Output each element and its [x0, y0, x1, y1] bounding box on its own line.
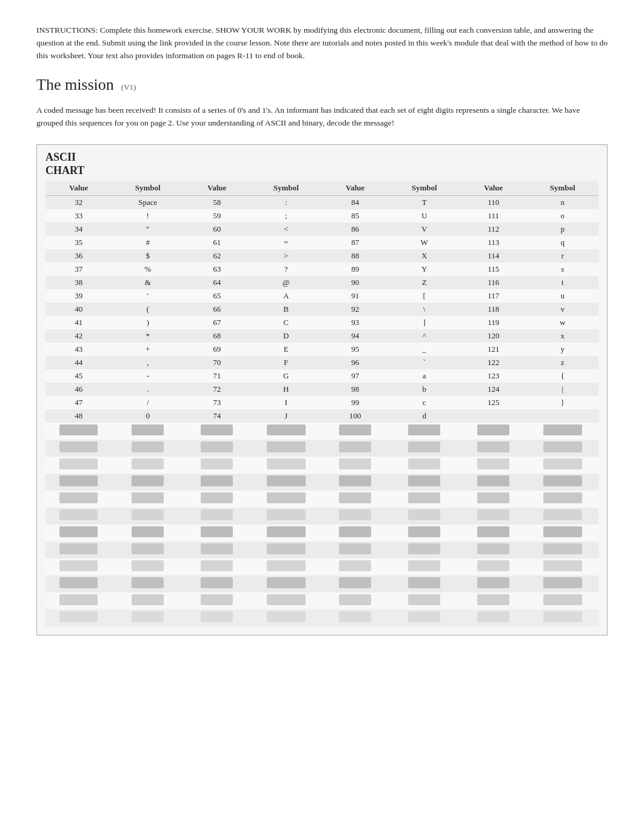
symbol-cell: T: [388, 196, 460, 210]
value-cell: 98: [322, 383, 388, 396]
value-cell: [460, 409, 526, 423]
table-row: 48074J100d: [45, 409, 599, 423]
instructions-text: INSTRUCTIONS: Complete this homework exe…: [36, 24, 608, 62]
symbol-cell: 0: [112, 409, 184, 423]
symbol-cell: /: [112, 396, 184, 409]
symbol-cell: %: [112, 263, 184, 276]
symbol-cell: C: [250, 316, 322, 329]
symbol-cell: |: [526, 383, 599, 396]
value-cell: 36: [45, 249, 112, 263]
symbol-cell: !: [112, 209, 184, 223]
symbol-cell: Space: [112, 196, 184, 210]
ascii-table: ValueSymbolValueSymbolValueSymbolValueSy…: [45, 181, 599, 626]
symbol-cell: p: [526, 223, 599, 236]
symbol-cell: ): [112, 316, 184, 329]
value-cell: 125: [460, 396, 526, 409]
symbol-cell: a: [388, 369, 460, 383]
value-cell: 122: [460, 356, 526, 369]
table-column-header: Value: [322, 181, 388, 196]
table-column-header: Symbol: [388, 181, 460, 196]
symbol-cell: *: [112, 329, 184, 343]
table-row: 39'65A91[117u: [45, 289, 599, 303]
value-cell: 92: [322, 303, 388, 316]
value-cell: 99: [322, 396, 388, 409]
table-row: 38&64@90Z116t: [45, 276, 599, 289]
table-row: 34"60<86V112p: [45, 223, 599, 236]
table-row: 44,70F96`122z: [45, 356, 599, 369]
value-cell: 60: [184, 223, 250, 236]
symbol-cell: q: [526, 236, 599, 249]
symbol-cell: c: [388, 396, 460, 409]
value-cell: 69: [184, 343, 250, 356]
table-column-header: Symbol: [526, 181, 599, 196]
table-row: 32Space58:84T110n: [45, 196, 599, 210]
value-cell: 64: [184, 276, 250, 289]
value-cell: 86: [322, 223, 388, 236]
table-row: 45-71G97a123{: [45, 369, 599, 383]
table-row-blurred: [45, 542, 599, 558]
value-cell: 37: [45, 263, 112, 276]
ascii-chart-container: ASCII CHART ValueSymbolValueSymbolValueS…: [36, 144, 608, 635]
value-cell: 120: [460, 329, 526, 343]
table-row-blurred: [45, 440, 599, 457]
value-cell: 93: [322, 316, 388, 329]
value-cell: 113: [460, 236, 526, 249]
symbol-cell: ]: [388, 316, 460, 329]
table-row: 40(66B92\118v: [45, 303, 599, 316]
table-header-row: ValueSymbolValueSymbolValueSymbolValueSy…: [45, 181, 599, 196]
value-cell: 66: [184, 303, 250, 316]
symbol-cell: [: [388, 289, 460, 303]
symbol-cell: `: [388, 356, 460, 369]
symbol-cell: b: [388, 383, 460, 396]
symbol-cell: &: [112, 276, 184, 289]
symbol-cell: #: [112, 236, 184, 249]
symbol-cell: H: [250, 383, 322, 396]
symbol-cell: ": [112, 223, 184, 236]
value-cell: 97: [322, 369, 388, 383]
symbol-cell: <: [250, 223, 322, 236]
symbol-cell: >: [250, 249, 322, 263]
value-cell: 35: [45, 236, 112, 249]
symbol-cell: E: [250, 343, 322, 356]
value-cell: 59: [184, 209, 250, 223]
value-cell: 70: [184, 356, 250, 369]
ascii-chart-label: ASCII CHART: [45, 151, 599, 177]
symbol-cell: [526, 409, 599, 423]
symbol-cell: _: [388, 343, 460, 356]
table-row: 46.72H98b124|: [45, 383, 599, 396]
value-cell: 121: [460, 343, 526, 356]
value-cell: 84: [322, 196, 388, 210]
symbol-cell: y: [526, 343, 599, 356]
value-cell: 74: [184, 409, 250, 423]
table-row-blurred: [45, 508, 599, 525]
symbol-cell: J: [250, 409, 322, 423]
table-row: 37%63?89Y115s: [45, 263, 599, 276]
value-cell: 118: [460, 303, 526, 316]
table-row: 47/73I99c125}: [45, 396, 599, 409]
mission-description: A coded message has been received! It co…: [36, 104, 608, 130]
table-row: 35#61=87W113q: [45, 236, 599, 249]
value-cell: 119: [460, 316, 526, 329]
mission-version: (V1): [121, 82, 136, 92]
value-cell: 41: [45, 316, 112, 329]
symbol-cell: G: [250, 369, 322, 383]
value-cell: 42: [45, 329, 112, 343]
symbol-cell: x: [526, 329, 599, 343]
table-row-blurred: [45, 423, 599, 440]
value-cell: 44: [45, 356, 112, 369]
symbol-cell: w: [526, 316, 599, 329]
value-cell: 46: [45, 383, 112, 396]
value-cell: 39: [45, 289, 112, 303]
table-row-blurred: [45, 491, 599, 508]
value-cell: 38: [45, 276, 112, 289]
table-row: 36$62>88X114r: [45, 249, 599, 263]
symbol-cell: ?: [250, 263, 322, 276]
table-row-blurred: [45, 558, 599, 575]
value-cell: 71: [184, 369, 250, 383]
mission-title: The mission: [36, 76, 114, 94]
value-cell: 95: [322, 343, 388, 356]
symbol-cell: Y: [388, 263, 460, 276]
symbol-cell: ': [112, 289, 184, 303]
value-cell: 58: [184, 196, 250, 210]
value-cell: 65: [184, 289, 250, 303]
